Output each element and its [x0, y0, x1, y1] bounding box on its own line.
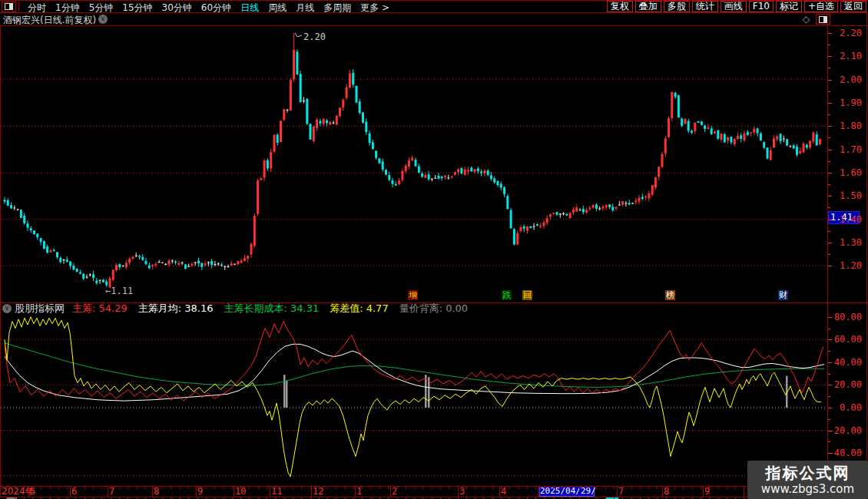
week-tick: [545, 487, 545, 489]
toolbar-button-2[interactable]: 叠加: [635, 1, 661, 12]
week-tick: [232, 487, 233, 489]
date-axis[interactable]: 2024年 2025/04/29/二 567891011121234789: [0, 487, 868, 497]
week-tick: [249, 487, 250, 489]
week-tick: [666, 487, 667, 489]
period-tab-6[interactable]: 60分钟: [201, 2, 231, 13]
week-tick: [475, 487, 475, 489]
event-badge-回[interactable]: 回: [522, 290, 532, 300]
selected-date-badge: 2025/04/29/二: [539, 486, 595, 497]
toolbar-button-8[interactable]: +自选: [804, 1, 838, 12]
month-boundary-line: [499, 487, 500, 497]
divergence-bars: [283, 375, 788, 408]
watermark: 指标公式网 www.zbgs3.com: [747, 461, 868, 499]
indicator-chart[interactable]: [1, 313, 827, 486]
axis-tick: [828, 385, 832, 385]
week-tick: [327, 487, 328, 489]
week-tick: [683, 487, 684, 489]
event-badge-跌[interactable]: 跌: [502, 290, 512, 300]
month-boundary-line: [703, 487, 704, 497]
toolbar-button-1[interactable]: 复权: [607, 1, 633, 12]
candlestick-chart[interactable]: 2.20←1.11: [1, 26, 827, 302]
week-tick: [224, 487, 224, 489]
event-badge-财[interactable]: 财: [778, 290, 788, 300]
axis-minor-tick: [828, 161, 830, 162]
frame-line: [0, 302, 868, 303]
week-tick: [188, 487, 189, 489]
high-price-label: 2.20: [303, 31, 326, 42]
month-boundary-line: [390, 487, 391, 497]
period-tab-5[interactable]: 30分钟: [162, 2, 192, 13]
week-tick: [509, 487, 510, 489]
week-tick: [562, 487, 562, 489]
frame-line: [0, 497, 868, 497]
period-tab-3[interactable]: 5分钟: [89, 2, 114, 13]
period-tab-1[interactable]: 分时: [28, 2, 46, 13]
week-tick: [648, 487, 649, 489]
week-tick: [709, 487, 710, 489]
axis-tick: [828, 173, 832, 173]
chevron-down-icon[interactable]: ∨: [98, 15, 108, 24]
axis-minor-tick: [828, 441, 830, 442]
price-axis-label: 1.60: [840, 167, 862, 178]
axis-tick: [828, 126, 832, 127]
week-tick: [718, 487, 719, 489]
axis-tick: [828, 220, 832, 220]
week-tick: [128, 487, 128, 489]
week-tick: [32, 487, 33, 489]
indicator-line-1: [5, 344, 824, 401]
week-tick: [692, 487, 693, 489]
week-tick: [631, 487, 632, 489]
price-axis-label: 1.20: [840, 260, 862, 271]
event-badge-榜[interactable]: 榜: [665, 290, 675, 300]
month-boundary-line: [355, 487, 356, 497]
period-tabs: 分时1分钟5分钟15分钟30分钟60分钟日线周线月线多周期更多 >: [23, 0, 394, 15]
price-axis-label: 2.00: [840, 74, 862, 85]
week-tick: [501, 487, 502, 489]
axis-tick: [828, 408, 832, 408]
window-layout-icon[interactable]: [2, 2, 16, 12]
toolbar-button-6[interactable]: F10: [749, 1, 774, 12]
frame-line: [827, 25, 828, 497]
diamond-icon[interactable]: ◇: [803, 14, 810, 25]
week-tick: [84, 487, 85, 489]
week-tick: [432, 487, 432, 489]
price-axis-label: 1.30: [840, 237, 862, 248]
chevron-down-icon[interactable]: ∨: [2, 304, 12, 313]
watermark-url: www.zbgs3.com: [761, 482, 854, 496]
period-tab-2[interactable]: 1分钟: [55, 2, 80, 13]
period-tab-7[interactable]: 日线: [240, 2, 259, 13]
event-badge-增[interactable]: 增: [408, 290, 418, 300]
toolbar-button-5[interactable]: 画线: [721, 1, 747, 12]
period-tab-9[interactable]: 月线: [296, 2, 314, 13]
indicator-gridlines: [1, 339, 827, 475]
toolbar-button-9[interactable]: 返回: [840, 1, 866, 12]
period-tab-10[interactable]: 多周期: [323, 2, 351, 13]
period-tab-4[interactable]: 15分钟: [122, 2, 152, 13]
axis-minor-tick: [828, 374, 830, 375]
week-tick: [275, 487, 276, 489]
indicator-line-0: [5, 322, 823, 401]
week-tick: [180, 487, 181, 489]
month-label: 8: [154, 487, 159, 497]
week-tick: [414, 487, 415, 489]
price-axis-label: 2.20: [840, 28, 862, 38]
toolbar-button-3[interactable]: 多股: [664, 1, 690, 12]
period-tab-11[interactable]: 更多 >: [360, 2, 389, 13]
axis-minor-tick: [828, 68, 830, 68]
week-tick: [492, 487, 493, 489]
toolbar-button-4[interactable]: 统计: [692, 1, 718, 12]
price-gridlines: [1, 80, 827, 266]
axis-tick: [828, 56, 832, 57]
week-tick: [570, 487, 571, 489]
pane-layout-icon[interactable]: [816, 14, 830, 25]
axis-minor-tick: [828, 351, 830, 352]
week-tick: [15, 487, 15, 489]
toolbar-button-7[interactable]: 标记: [776, 1, 802, 12]
month-boundary-line: [152, 487, 153, 497]
indicator-field: 主筹月均: 38.16: [138, 302, 214, 314]
axis-minor-tick: [828, 114, 830, 115]
window-icon: [819, 16, 827, 23]
week-tick: [449, 487, 449, 489]
period-tab-8[interactable]: 周线: [268, 2, 287, 13]
month-boundary-line: [311, 487, 312, 497]
